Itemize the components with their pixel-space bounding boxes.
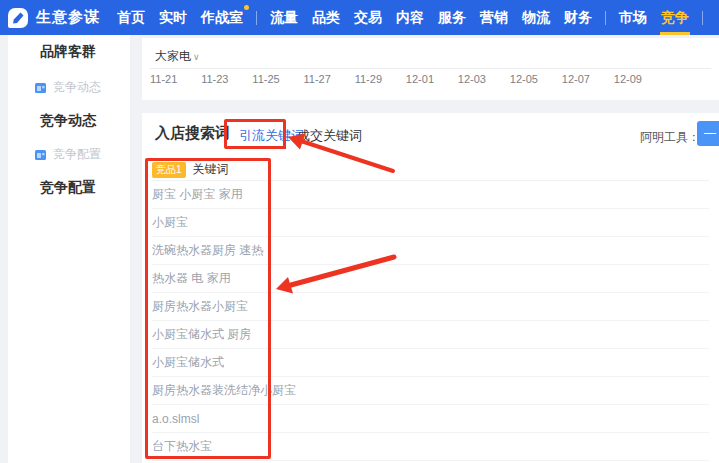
nav-item-traffic[interactable]: 流量: [263, 0, 305, 35]
left-gutter: [0, 35, 8, 463]
axis-tick: 11-27: [304, 73, 331, 85]
axis-tick: 11-21: [150, 73, 177, 85]
sidebar-item-competition-trends-group[interactable]: 竞争动态: [8, 112, 130, 130]
keyword-row: 厨宝 小厨宝 家用: [152, 181, 709, 209]
sidebar-item-competition-trends-link[interactable]: 竞争动态: [8, 79, 130, 96]
nav-item-home[interactable]: 首页: [110, 0, 152, 35]
search-keywords-card: 入店搜索词 引流关键词 成交关键词 阿明工具： — 竞品1 关键词 厨宝 小厨宝…: [142, 113, 719, 463]
nav-item-warroom[interactable]: 作战室: [194, 0, 250, 35]
keyword-row: 小厨宝储水式 厨房: [152, 321, 709, 349]
keyword-row: 热水器 电 家用: [152, 265, 709, 293]
chart-x-axis: 11-21 11-23 11-25 11-27 11-29 12-01 12-0…: [150, 73, 642, 85]
chart-card: 大家电∨ 11-21 11-23 11-25 11-27 11-29 12-01…: [142, 38, 719, 100]
store-icon: [34, 148, 47, 161]
category-dropdown-label: 大家电: [155, 49, 191, 63]
aming-tools-button[interactable]: —: [697, 121, 719, 146]
category-dropdown[interactable]: 大家电∨: [155, 48, 200, 65]
nav-item-market[interactable]: 市场: [612, 0, 654, 35]
nav-item-warroom-label: 作战室: [201, 9, 243, 27]
nav-divider: [702, 11, 703, 25]
chevron-down-icon: ∨: [193, 52, 200, 62]
nav-item-category[interactable]: 品类: [305, 0, 347, 35]
tab-traffic-keywords[interactable]: 引流关键词: [239, 127, 304, 145]
keyword-table: 竞品1 关键词 厨宝 小厨宝 家用 小厨宝 洗碗热水器厨房 速热 热水器 电 家…: [152, 159, 709, 461]
keyword-row: 厨房热水器小厨宝: [152, 293, 709, 321]
nav-divider: [605, 11, 606, 25]
top-nav: 生意参谋 首页 实时 作战室 流量 品类 交易 内容 服务 营销 物流 财务 市…: [0, 0, 719, 35]
sidebar-item-brand-audience[interactable]: 品牌客群: [8, 43, 130, 61]
nav-item-realtime[interactable]: 实时: [152, 0, 194, 35]
nav-item-service[interactable]: 服务: [431, 0, 473, 35]
nav-divider: [256, 11, 257, 25]
axis-tick: 12-09: [614, 73, 642, 85]
keyword-column-header: 关键词: [193, 161, 229, 178]
pen-icon: [11, 11, 25, 25]
nav-menu: 首页 实时 作战室 流量 品类 交易 内容 服务 营销 物流 财务 市场 竞争: [110, 0, 709, 35]
axis-tick: 11-25: [252, 73, 279, 85]
nav-item-finance[interactable]: 财务: [557, 0, 599, 35]
axis-tick: 12-07: [562, 73, 590, 85]
store-icon: [34, 81, 47, 94]
app-window: 生意参谋 首页 实时 作战室 流量 品类 交易 内容 服务 营销 物流 财务 市…: [0, 0, 719, 463]
nav-item-competition[interactable]: 竞争: [654, 0, 696, 35]
nav-item-logistics[interactable]: 物流: [515, 0, 557, 35]
sidebar-item-competition-config-link[interactable]: 竞争配置: [8, 146, 130, 163]
competitor-badge: 竞品1: [152, 162, 186, 178]
aming-tools-label: 阿明工具：: [640, 129, 700, 146]
keyword-row: 洗碗热水器厨房 速热: [152, 237, 709, 265]
active-tab-underline: [236, 147, 286, 149]
sidebar-item-label: 竞争动态: [53, 79, 101, 96]
sycm-logo-icon[interactable]: [8, 8, 28, 28]
tab-deal-keywords[interactable]: 成交关键词: [297, 127, 362, 145]
chart-axis-line: [150, 68, 711, 69]
nav-item-marketing[interactable]: 营销: [473, 0, 515, 35]
keyword-row: 小厨宝: [152, 209, 709, 237]
nav-item-trade[interactable]: 交易: [347, 0, 389, 35]
keyword-row: 台下热水宝: [152, 433, 709, 461]
keyword-table-header: 竞品1 关键词: [152, 159, 709, 181]
notification-dot: [244, 5, 249, 10]
axis-tick: 12-03: [458, 73, 486, 85]
sidebar: 品牌客群 竞争动态 竞争动态 竞争配置 竞争配置: [8, 35, 130, 463]
nav-item-content[interactable]: 内容: [389, 0, 431, 35]
axis-tick: 12-01: [406, 73, 434, 85]
keyword-row: a.o.slmsl: [152, 405, 709, 433]
keyword-row: 厨房热水器装洗结净小厨宝: [152, 377, 709, 405]
axis-tick: 11-29: [355, 73, 382, 85]
axis-tick: 11-23: [201, 73, 228, 85]
section-title: 入店搜索词: [155, 124, 230, 143]
brand-title: 生意参谋: [36, 8, 100, 27]
sidebar-item-competition-config-group[interactable]: 竞争配置: [8, 179, 130, 197]
sidebar-item-label: 竞争配置: [53, 146, 101, 163]
keyword-row: 小厨宝储水式: [152, 349, 709, 377]
axis-tick: 12-05: [510, 73, 538, 85]
